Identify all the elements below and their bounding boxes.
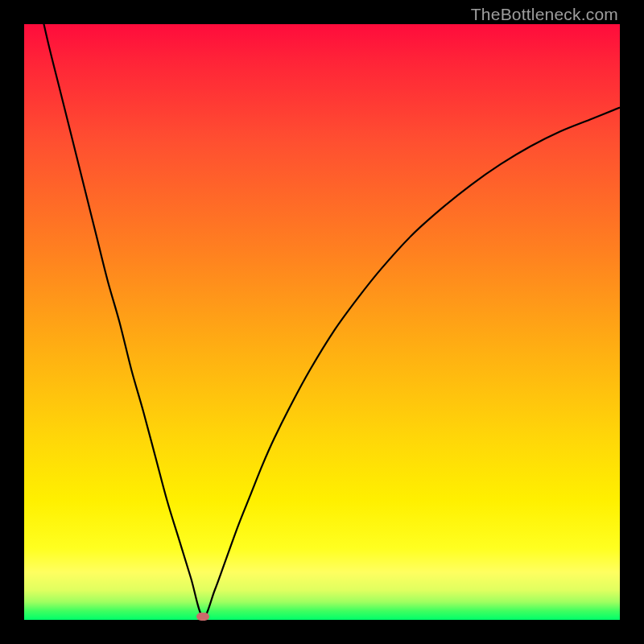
bottleneck-curve <box>24 24 620 617</box>
min-point-marker <box>196 613 209 621</box>
watermark-text: TheBottleneck.com <box>471 5 618 24</box>
curve-layer <box>24 24 620 620</box>
chart-container: TheBottleneck.com <box>0 0 644 644</box>
